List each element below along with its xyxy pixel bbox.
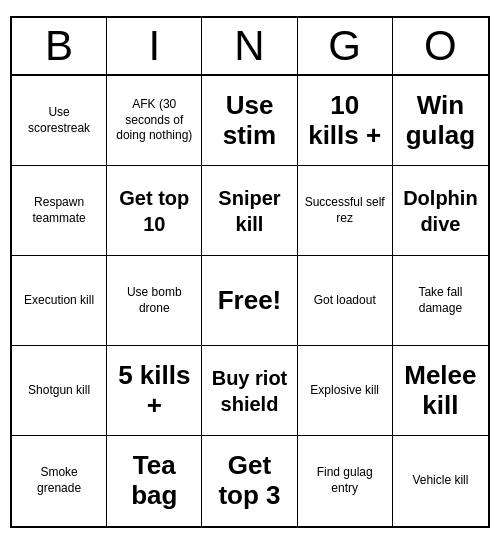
bingo-cell-2: Use stim: [202, 76, 297, 166]
bingo-cell-11: Use bomb drone: [107, 256, 202, 346]
bingo-cell-3: 10 kills +: [298, 76, 393, 166]
bingo-cell-10: Execution kill: [12, 256, 107, 346]
bingo-card: BINGO Use scorestreakAFK (30 seconds of …: [10, 16, 490, 528]
bingo-cell-8: Successful self rez: [298, 166, 393, 256]
bingo-cell-19: Melee kill: [393, 346, 488, 436]
bingo-cell-4: Win gulag: [393, 76, 488, 166]
bingo-cell-20: Smoke grenade: [12, 436, 107, 526]
bingo-cell-14: Take fall damage: [393, 256, 488, 346]
header-letter-g: G: [298, 18, 393, 74]
bingo-cell-12: Free!: [202, 256, 297, 346]
bingo-header: BINGO: [12, 18, 488, 76]
bingo-cell-21: Tea bag: [107, 436, 202, 526]
bingo-cell-0: Use scorestreak: [12, 76, 107, 166]
bingo-cell-16: 5 kills +: [107, 346, 202, 436]
bingo-cell-5: Respawn teammate: [12, 166, 107, 256]
bingo-cell-6: Get top 10: [107, 166, 202, 256]
bingo-cell-24: Vehicle kill: [393, 436, 488, 526]
bingo-cell-18: Explosive kill: [298, 346, 393, 436]
bingo-cell-23: Find gulag entry: [298, 436, 393, 526]
bingo-grid: Use scorestreakAFK (30 seconds of doing …: [12, 76, 488, 526]
header-letter-n: N: [202, 18, 297, 74]
bingo-cell-9: Dolphin dive: [393, 166, 488, 256]
bingo-cell-22: Get top 3: [202, 436, 297, 526]
bingo-cell-17: Buy riot shield: [202, 346, 297, 436]
bingo-cell-15: Shotgun kill: [12, 346, 107, 436]
bingo-cell-13: Got loadout: [298, 256, 393, 346]
header-letter-i: I: [107, 18, 202, 74]
bingo-cell-1: AFK (30 seconds of doing nothing): [107, 76, 202, 166]
bingo-cell-7: Sniper kill: [202, 166, 297, 256]
header-letter-b: B: [12, 18, 107, 74]
header-letter-o: O: [393, 18, 488, 74]
